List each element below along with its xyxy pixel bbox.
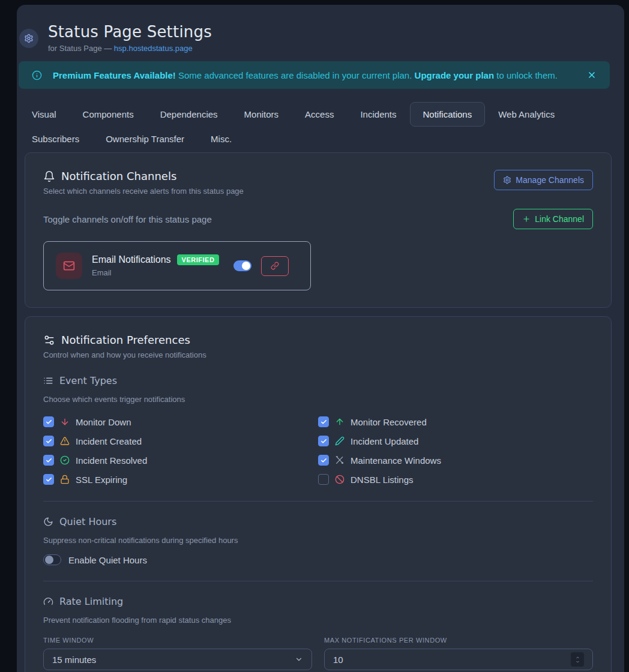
check-icon — [46, 476, 52, 483]
premium-banner: Premium Features Available! Some advance… — [19, 61, 610, 89]
rate-limiting-description: Prevent notification flooding from rapid… — [43, 616, 593, 625]
channel-name: Email Notifications — [92, 254, 171, 265]
link-channel-button[interactable]: Link Channel — [513, 209, 593, 229]
event-incident-updated: Incident Updated — [318, 435, 593, 447]
tab-notifications[interactable]: Notifications — [410, 102, 486, 127]
event-monitor-down: Monitor Down — [43, 416, 318, 428]
toggle-channels-hint: Toggle channels on/off for this status p… — [43, 214, 212, 224]
preferences-subtitle: Control when and how you receive notific… — [43, 350, 593, 359]
notification-preferences-panel: Notification Preferences Control when an… — [25, 316, 612, 672]
event-label: Maintenance Windows — [351, 455, 441, 466]
toggle-knob — [45, 556, 53, 564]
alert-triangle-icon — [60, 436, 70, 446]
tab-incidents[interactable]: Incidents — [347, 102, 409, 127]
tab-web-analytics[interactable]: Web Analytics — [485, 102, 568, 127]
event-label: Incident Resolved — [76, 455, 147, 466]
tab-ownership-transfer[interactable]: Ownership Transfer — [92, 127, 197, 151]
email-channel-card: Email Notifications VERIFIED Email — [43, 241, 311, 290]
section-divider — [43, 501, 593, 502]
stepper-up-icon — [575, 656, 580, 659]
gear-icon — [503, 176, 511, 184]
page-title: Status Page Settings — [48, 23, 212, 41]
ban-icon — [335, 475, 345, 484]
dnsbl-listings-checkbox[interactable] — [318, 474, 329, 485]
gear-icon — [24, 34, 34, 43]
event-incident-resolved: Incident Resolved — [43, 454, 318, 466]
channel-type: Email — [92, 268, 219, 277]
banner-suffix-text: to unlock them. — [494, 70, 558, 80]
event-types-heading: Event Types — [59, 375, 117, 386]
subtitle-prefix: for Status Page — — [48, 44, 114, 53]
unlink-channel-button[interactable] — [261, 256, 289, 276]
incident-updated-checkbox[interactable] — [318, 436, 329, 446]
time-window-select[interactable]: 15 minutes — [43, 649, 312, 670]
status-page-link[interactable]: hsp.hostedstatus.page — [114, 44, 193, 53]
check-icon — [321, 438, 327, 445]
toggle-knob — [242, 262, 250, 270]
tab-dependencies[interactable]: Dependencies — [147, 102, 231, 127]
quiet-hours-heading: Quiet Hours — [59, 516, 116, 527]
info-icon — [32, 70, 42, 80]
moon-icon — [43, 517, 53, 527]
rate-limiting-heading: Rate Limiting — [59, 596, 123, 607]
event-maintenance-windows: Maintenance Windows — [318, 454, 593, 466]
banner-text: Premium Features Available! Some advance… — [53, 70, 558, 80]
banner-body-text: Some advanced features are disabled in y… — [176, 70, 415, 80]
link-channel-label: Link Channel — [535, 214, 584, 224]
event-types-description: Choose which events trigger notification… — [43, 395, 593, 404]
max-notifications-value: 10 — [333, 655, 571, 665]
number-stepper[interactable] — [571, 652, 584, 667]
check-icon — [321, 419, 327, 425]
incident-resolved-checkbox[interactable] — [43, 455, 54, 466]
manage-channels-label: Manage Channels — [516, 175, 584, 185]
list-icon — [43, 376, 53, 386]
event-label: Monitor Down — [76, 417, 131, 427]
tab-access[interactable]: Access — [292, 102, 347, 127]
event-label: Incident Created — [76, 436, 142, 446]
check-icon — [46, 457, 52, 464]
mail-icon — [63, 260, 75, 272]
event-label: DNSBL Listings — [351, 475, 414, 485]
settings-tabs: Visual Components Dependencies Monitors … — [19, 102, 610, 151]
monitor-down-checkbox[interactable] — [43, 416, 54, 427]
notification-channels-panel: Notification Channels Select which chann… — [25, 152, 612, 308]
time-window-value: 15 minutes — [52, 655, 295, 665]
incident-created-checkbox[interactable] — [43, 436, 54, 446]
verified-badge: VERIFIED — [177, 254, 220, 265]
quiet-hours-description: Suppress non-critical notifications duri… — [43, 536, 593, 545]
maintenance-windows-checkbox[interactable] — [318, 455, 329, 466]
arrow-up-icon — [335, 417, 345, 427]
stepper-down-icon — [575, 660, 580, 664]
event-ssl-expiring: SSL Expiring — [43, 473, 318, 485]
max-notifications-input[interactable]: 10 — [324, 649, 593, 670]
banner-close-button[interactable] — [587, 70, 597, 80]
channels-title: Notification Channels — [61, 170, 176, 182]
event-monitor-recovered: Monitor Recovered — [318, 416, 593, 428]
ssl-expiring-checkbox[interactable] — [43, 474, 54, 485]
page-subtitle: for Status Page — hsp.hostedstatus.page — [48, 44, 212, 53]
tab-subscribers[interactable]: Subscribers — [19, 127, 92, 151]
page-header: Status Page Settings for Status Page — h… — [17, 23, 624, 53]
arrow-down-icon — [60, 417, 70, 427]
gauge-icon — [43, 596, 53, 607]
enable-quiet-hours-toggle[interactable] — [43, 554, 61, 565]
event-label: Monitor Recovered — [351, 417, 427, 427]
channels-subtitle: Select which channels receive alerts fro… — [43, 187, 244, 196]
monitor-recovered-checkbox[interactable] — [318, 416, 329, 427]
tab-misc[interactable]: Misc. — [197, 127, 245, 151]
pencil-icon — [335, 436, 345, 446]
event-incident-created: Incident Created — [43, 435, 318, 447]
event-dnsbl-listings: DNSBL Listings — [318, 473, 593, 485]
tab-monitors[interactable]: Monitors — [231, 102, 292, 127]
manage-channels-button[interactable]: Manage Channels — [494, 170, 593, 190]
banner-bold-text: Premium Features Available! — [53, 70, 176, 80]
upgrade-plan-link[interactable]: Upgrade your plan — [415, 70, 495, 80]
event-label: Incident Updated — [351, 436, 418, 446]
email-channel-toggle[interactable] — [233, 260, 251, 271]
tab-visual[interactable]: Visual — [19, 102, 70, 127]
tools-icon — [335, 455, 345, 465]
event-label: SSL Expiring — [76, 475, 127, 485]
tab-components[interactable]: Components — [70, 102, 147, 127]
gear-avatar — [19, 29, 38, 48]
max-notifications-label: MAX NOTIFICATIONS PER WINDOW — [324, 637, 593, 644]
